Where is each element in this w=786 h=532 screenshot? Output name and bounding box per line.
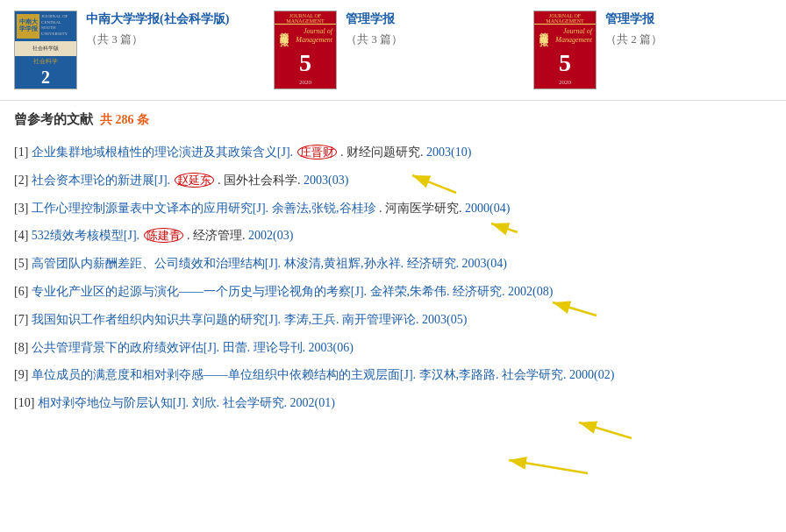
journal-item-3: JOURNAL OF MANAGEMENT 管理学报 Journal ofMan… — [533, 11, 772, 89]
ref-year-4: 2002(03) — [248, 229, 293, 242]
ref-item-7: [7] 我国知识工作者组织内知识共享问题的研究[J]. 李涛,王兵. 南开管理评… — [14, 306, 772, 334]
ref-year-10: 2002(01) — [290, 396, 335, 409]
ref-year-2: 2003(03) — [304, 174, 348, 187]
journal-name-1[interactable]: 中南大学学报(社会科学版) — [86, 11, 253, 28]
ref-link-8[interactable]: 公共管理背景下的政府绩效评估[J]. 田蕾. 理论导刊. — [32, 341, 305, 354]
journals-section: 中南大学学报 JOURNAL OFCENTRAL SOUTHUNIVERSITY… — [0, 0, 786, 101]
ref-item-2: [2] 社会资本理论的新进展[J]. 赵延东 . 国外社会科学. 2003(03… — [14, 167, 772, 195]
ref-num-1: [1] — [14, 145, 32, 159]
journal-cover-cn-title: 社会科学版 — [32, 45, 59, 52]
svg-line-5 — [509, 460, 588, 473]
journal-cover-bottom: 社会科学 — [15, 56, 76, 67]
journal-year-3: 2020 — [534, 79, 596, 89]
ref-num-6: [6] — [14, 285, 32, 298]
ref-num-10: [10] — [14, 396, 38, 409]
ref-link-2[interactable]: 社会资本理论的新进展[J]. — [32, 174, 170, 187]
references-header: 曾参考的文献 共 286 条 — [14, 111, 772, 128]
ref-year-9: 2000(02) — [569, 368, 614, 381]
ref-num-8: [8] — [14, 341, 32, 354]
journal-cover-3: JOURNAL OF MANAGEMENT 管理学报 Journal ofMan… — [533, 11, 597, 89]
ref-year-5: 2003(04) — [462, 257, 507, 270]
journal-cover-1: 中南大学学报 JOURNAL OFCENTRAL SOUTHUNIVERSITY… — [14, 11, 77, 89]
ref-link-1[interactable]: 企业集群地域根植性的理论演进及其政策含义[J]. — [32, 145, 293, 159]
ref-link-10[interactable]: 相对剥夺地位与阶层认知[J]. 刘欣. 社会学研究. — [38, 396, 287, 409]
ref-link-9[interactable]: 单位成员的满意度和相对剥夺感——单位组织中依赖结构的主观层面[J]. 李汉林,李… — [32, 368, 567, 381]
journal-name-2[interactable]: 管理学报 — [346, 11, 512, 28]
ref-link-4[interactable]: 532绩效考核模型[J]. — [32, 229, 139, 242]
ref-item-1: [1] 企业集群地域根植性的理论演进及其政策含义[J]. 庄晋财 . 财经问题研… — [14, 138, 772, 167]
ref-year-3: 2000(04) — [465, 202, 510, 215]
ref-item-8: [8] 公共管理背景下的政府绩效评估[J]. 田蕾. 理论导刊. 2003(06… — [14, 334, 772, 362]
ref-num-4: [4] — [14, 229, 32, 242]
ref-list: [1] 企业集群地域根植性的理论演进及其政策含义[J]. 庄晋财 . 财经问题研… — [14, 138, 772, 417]
ref-link-7[interactable]: 我国知识工作者组织内知识共享问题的研究[J]. 李涛,王兵. 南开管理评论. — [32, 313, 419, 326]
journal-mgmt-cn-2: 管理学报 — [277, 25, 289, 32]
ref-year-8: 2003(06) — [309, 341, 354, 354]
journal-count-1: （共 3 篇） — [86, 32, 253, 47]
ref-author-1: 庄晋财 — [297, 145, 337, 160]
journal-item-1: 中南大学学报 JOURNAL OFCENTRAL SOUTHUNIVERSITY… — [14, 11, 253, 89]
journal-year-2: 2020 — [275, 79, 336, 89]
ref-link-3[interactable]: 工作心理控制源量表中文译本的应用研究[J]. 余善法,张锐,谷桂珍 — [32, 202, 376, 215]
references-title: 曾参考的文献 — [14, 111, 93, 128]
ref-item-6: [6] 专业化产业区的起源与演化——一个历史与理论视角的考察[J]. 金祥荣,朱… — [14, 278, 772, 306]
journal-count-2: （共 3 篇） — [346, 32, 512, 47]
journal-issue-num-1: 2 — [15, 67, 76, 89]
journal-issue-num-3: 5 — [534, 47, 596, 79]
journal-info-1: 中南大学学报(社会科学版) （共 3 篇） — [86, 11, 253, 47]
ref-author-4: 陈建青 — [144, 228, 183, 243]
references-count: 共 286 条 — [100, 112, 149, 128]
ref-item-10: [10] 相对剥夺地位与阶层认知[J]. 刘欣. 社会学研究. 2002(01) — [14, 389, 772, 417]
ref-item-5: [5] 高管团队内薪酬差距、公司绩效和治理结构[J]. 林浚清,黄祖辉,孙永祥.… — [14, 250, 772, 278]
journal-info-3: 管理学报 （共 2 篇） — [605, 11, 772, 47]
ref-item-3: [3] 工作心理控制源量表中文译本的应用研究[J]. 余善法,张锐,谷桂珍 . … — [14, 195, 772, 223]
journal-cover-2: JOURNAL OF MANAGEMENT 管理学报 Journal ofMan… — [274, 11, 337, 89]
ref-author-2: 赵延东 — [175, 173, 214, 188]
journal-item-2: JOURNAL OF MANAGEMENT 管理学报 Journal ofMan… — [274, 11, 512, 89]
ref-link-6[interactable]: 专业化产业区的起源与演化——一个历史与理论视角的考察[J]. 金祥荣,朱希伟. … — [32, 285, 505, 298]
journal-info-2: 管理学报 （共 3 篇） — [346, 11, 512, 47]
ref-num-3: [3] — [14, 202, 32, 215]
ref-year-7: 2003(05) — [422, 313, 467, 326]
ref-num-2: [2] — [14, 174, 32, 187]
ref-year-6: 2002(08) — [508, 285, 553, 298]
journal-cover-text-1: JOURNAL OFCENTRAL SOUTHUNIVERSITY — [39, 14, 75, 39]
page-wrapper: 中南大学学报 JOURNAL OFCENTRAL SOUTHUNIVERSITY… — [0, 0, 786, 428]
references-section: 曾参考的文献 共 286 条 [1] 企业集群地域根植性的理论演进及其政策含义[… — [0, 101, 786, 428]
ref-num-7: [7] — [14, 313, 32, 326]
journal-name-3[interactable]: 管理学报 — [605, 11, 772, 28]
ref-year-1: 2003(10) — [426, 145, 471, 159]
ref-item-4: [4] 532绩效考核模型[J]. 陈建青 . 经济管理. 2002(03) — [14, 222, 772, 250]
journal-count-3: （共 2 篇） — [605, 32, 772, 47]
ref-num-9: [9] — [14, 368, 32, 381]
journal-mgmt-cn-3: 管理学报 — [537, 25, 549, 32]
journal-issue-num-2: 5 — [275, 47, 336, 79]
ref-num-5: [5] — [14, 257, 32, 270]
ref-item-9: [9] 单位成员的满意度和相对剥夺感——单位组织中依赖结构的主观层面[J]. 李… — [14, 361, 772, 389]
journal-mgmt-header-2: JOURNAL OF MANAGEMENT — [275, 11, 336, 25]
ref-link-5[interactable]: 高管团队内薪酬差距、公司绩效和治理结构[J]. 林浚清,黄祖辉,孙永祥. 经济研… — [32, 257, 459, 270]
journal-mgmt-header-3: JOURNAL OF MANAGEMENT — [534, 11, 596, 25]
journal-logo-1: 中南大学学报 — [17, 14, 39, 39]
